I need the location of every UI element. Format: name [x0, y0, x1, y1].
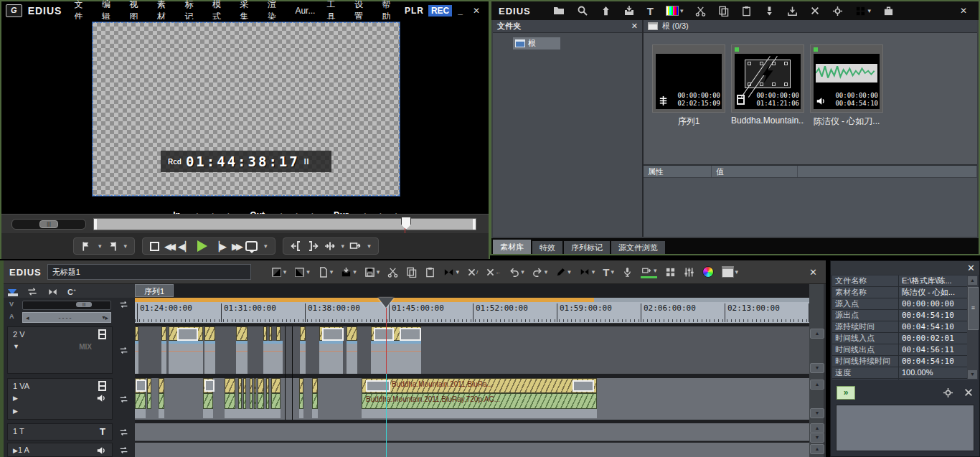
link-mode-icon[interactable]: C⁺: [67, 286, 76, 298]
timeline-audio-clip[interactable]: [250, 393, 253, 409]
timeline-audio-clip[interactable]: [243, 393, 246, 409]
set-out-point-button[interactable]: [107, 241, 118, 252]
track-header-1t[interactable]: 1 T T: [7, 423, 113, 440]
menu-aura[interactable]: Aur...: [290, 4, 320, 18]
goto-out-point-button[interactable]: [307, 240, 319, 252]
paste-clip-icon[interactable]: [425, 267, 435, 278]
delete-clip-icon[interactable]: /: [467, 268, 478, 277]
timeline-clip[interactable]: [204, 326, 215, 341]
info-close-button[interactable]: ✕: [967, 263, 975, 273]
timeline-clip[interactable]: [258, 378, 264, 393]
audio-fade-icon[interactable]: ▾: [294, 267, 310, 278]
save-project-icon[interactable]: ▾: [364, 267, 380, 278]
color-bars-icon[interactable]: ▾: [666, 6, 684, 16]
delete-icon[interactable]: [810, 6, 820, 16]
title-tool-icon[interactable]: T▾: [603, 266, 614, 278]
scroll-up-button[interactable]: ▲: [810, 329, 824, 339]
root-folder-item[interactable]: 根: [513, 37, 560, 50]
timeline-clip[interactable]: [225, 378, 235, 393]
voice-over-icon[interactable]: [622, 267, 633, 278]
expand-video-icon[interactable]: ▶: [13, 395, 18, 402]
scroll-down-button[interactable]: ▼: [810, 408, 824, 418]
timeline-audio-clip[interactable]: [147, 393, 151, 409]
timeline-clip[interactable]: [266, 378, 269, 393]
timeline-clip[interactable]: [299, 378, 303, 393]
expand-palette-icon[interactable]: »: [837, 386, 855, 400]
timeline-clip[interactable]: [159, 378, 164, 393]
info-scrollbar[interactable]: ▲ ≡ ▼: [967, 275, 978, 380]
shuttle-handle[interactable]: |||: [39, 220, 58, 228]
create-title-icon[interactable]: T: [647, 5, 654, 17]
export-button[interactable]: [349, 240, 361, 252]
track-height-slider[interactable]: |||: [22, 301, 111, 310]
fast-forward-button[interactable]: ▶▶: [232, 241, 240, 252]
info-delete-icon[interactable]: [963, 387, 974, 398]
set-out-dropdown-icon[interactable]: ▾: [124, 242, 128, 250]
add-clip-icon[interactable]: [623, 5, 635, 17]
shuttle-slider[interactable]: |||: [11, 219, 86, 230]
track-sync-icon[interactable]: [113, 423, 135, 440]
add-to-timeline-icon[interactable]: [764, 6, 775, 17]
goto-in-point-button[interactable]: [291, 240, 302, 252]
timeline-clip[interactable]: [347, 326, 357, 341]
set-transition-icon[interactable]: ▾: [579, 267, 595, 277]
ripple-mode-icon[interactable]: [47, 286, 59, 298]
timeline-audio-clip[interactable]: [238, 393, 242, 409]
scroll-up-button[interactable]: ▲: [810, 444, 824, 454]
rewind-button[interactable]: ◀◀: [164, 241, 173, 252]
sync-mode-icon[interactable]: [27, 286, 38, 298]
bin-close-button[interactable]: ✕: [956, 6, 971, 16]
timeline-clip[interactable]: [312, 378, 318, 393]
timeline-clip[interactable]: [271, 378, 281, 393]
edit-point-dropdown-icon[interactable]: ▾: [341, 242, 345, 250]
view-mode-icon[interactable]: ▾: [855, 6, 871, 17]
scroll-up-button[interactable]: ▲: [968, 276, 977, 285]
add-cut-point-icon[interactable]: ▾: [555, 267, 571, 278]
transition-fade-icon[interactable]: ▾: [271, 267, 287, 278]
play-button[interactable]: [197, 240, 207, 252]
scroll-down-button[interactable]: ▼: [810, 433, 824, 443]
playhead-handle[interactable]: [378, 298, 394, 308]
timeline-audio-clip[interactable]: [266, 393, 269, 409]
timeline-clip[interactable]: [276, 326, 281, 341]
timeline-audio-clip[interactable]: [299, 393, 303, 409]
position-slider[interactable]: [93, 218, 476, 230]
search-icon[interactable]: [577, 5, 588, 17]
timeline-audio-clip[interactable]: [203, 393, 213, 409]
loop-playback-button[interactable]: [245, 241, 258, 251]
import-project-icon[interactable]: ▾: [341, 267, 357, 278]
info-settings-icon[interactable]: [943, 387, 953, 398]
previous-frame-button[interactable]: ◀▏: [178, 241, 192, 252]
timeline-clip[interactable]: [238, 378, 242, 393]
export-dropdown-icon[interactable]: ▾: [367, 242, 371, 250]
audio-mixer-icon[interactable]: [684, 267, 694, 278]
set-in-point-button[interactable]: [81, 241, 92, 252]
undo-icon[interactable]: ▾: [509, 267, 524, 278]
next-frame-button[interactable]: ▕▶: [212, 241, 227, 252]
timeline-clip[interactable]: [254, 378, 256, 393]
timeline-audio-clip[interactable]: [312, 393, 318, 409]
track-sync-icon[interactable]: [113, 326, 135, 374]
tab-effects[interactable]: 特效: [532, 241, 562, 254]
expand-audio-icon[interactable]: ▶: [13, 447, 18, 454]
audio-patch-select[interactable]: ◂ ---- ▾▸: [22, 312, 111, 323]
plr-button[interactable]: PLR: [405, 6, 424, 16]
clip-card-sequence[interactable]: 00:00:00:00 02:02:15:09 序列1: [652, 44, 725, 166]
track-header-1va[interactable]: 1 VA ▶ ▶: [7, 378, 113, 420]
move-up-icon[interactable]: [600, 6, 611, 17]
timeline-audio-clip[interactable]: [159, 393, 164, 409]
tab-bin[interactable]: 素材库: [493, 240, 531, 254]
color-correction-icon[interactable]: [702, 266, 714, 278]
timeline-audio-clip[interactable]: [225, 393, 235, 409]
timeline-scrollbar[interactable]: ▲ ▼ ▲ ▼ ▲ ▼ ▲: [809, 284, 824, 457]
download-icon[interactable]: [787, 6, 798, 17]
cut-clip-icon[interactable]: [387, 267, 398, 278]
layout-icon[interactable]: ▾: [722, 266, 739, 278]
scroll-up-button[interactable]: ▲: [810, 380, 824, 390]
set-in-dropdown-icon[interactable]: ▾: [98, 242, 102, 250]
tab-sequence-marker[interactable]: 序列标记: [564, 241, 610, 254]
timeline-clip[interactable]: [250, 378, 253, 393]
timeline-ruler[interactable]: 01:24:00:00 01:31:00:00 01:38:00:00 01:4…: [135, 302, 811, 324]
timeline-audio-clip[interactable]: [258, 393, 264, 409]
timeline-clip[interactable]: [263, 326, 267, 341]
